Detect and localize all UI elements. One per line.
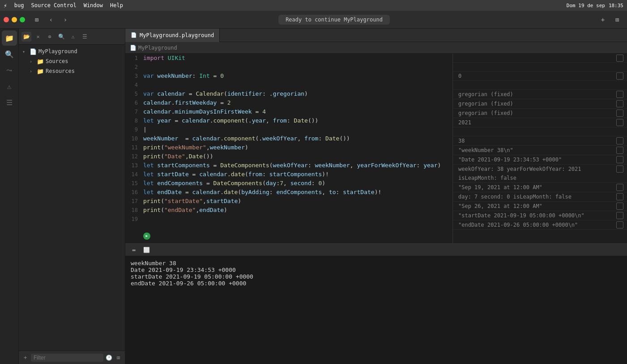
filter-input[interactable] <box>31 354 103 362</box>
source-control-tab[interactable]: ⤳ <box>2 63 17 78</box>
output-line-8: 2021 <box>453 118 627 127</box>
console-area: ▬ ⬜ weekNumber 38 Date 2021-09-19 23:34:… <box>125 243 627 364</box>
output-icon-17[interactable] <box>616 212 623 219</box>
output-value-6: gregorian (fixed) <box>456 99 616 108</box>
output-icon-10[interactable] <box>616 137 623 144</box>
tree-item-sources[interactable]: › 📁 Sources <box>19 56 125 66</box>
clock-filter-button[interactable]: 🕐 <box>105 353 113 363</box>
minimize-button[interactable] <box>12 17 17 22</box>
menu-source-control[interactable]: Source Control <box>31 2 77 8</box>
output-icon-3[interactable] <box>616 72 623 80</box>
line-content-6: calendar.firstWeekday = 2 <box>141 98 452 107</box>
add-tab-button[interactable]: + <box>597 13 609 26</box>
output-icon-11[interactable] <box>616 147 623 154</box>
back-button[interactable]: ‹ <box>45 13 57 26</box>
output-icon-12[interactable] <box>616 156 623 163</box>
output-icon-14[interactable] <box>616 184 623 191</box>
split-editor-button[interactable]: ⊞ <box>611 13 623 26</box>
menu-window[interactable]: Window <box>84 2 103 8</box>
issues-tab[interactable]: ⚠ <box>2 79 17 94</box>
console-maximize-button[interactable]: ⬜ <box>141 245 151 255</box>
forward-button[interactable]: › <box>59 13 72 26</box>
code-line-17: 17 print("startDate",startDate) <box>125 197 452 206</box>
console-minimize-button[interactable]: ▬ <box>129 245 139 255</box>
output-icon-1[interactable] <box>616 55 623 62</box>
editor-main: 1 import UIKit 2 3 var weekNumber: Int =… <box>125 54 627 243</box>
output-icon-8[interactable] <box>616 119 623 126</box>
code-line-2: 2 <box>125 63 452 72</box>
breadcrumb-icon: 📄 <box>130 45 136 51</box>
line-number-13: 13 <box>125 161 141 170</box>
line-number-17: 17 <box>125 197 141 206</box>
output-sidebar: 0 gregorian (fixed) <box>452 54 627 243</box>
output-icon-18[interactable] <box>616 221 623 229</box>
line-number-4: 4 <box>125 80 141 89</box>
line-number-8: 8 <box>125 116 141 125</box>
output-icon-6[interactable] <box>616 100 623 107</box>
debug-tab[interactable]: ☰ <box>2 95 17 110</box>
line-content-19: ▶ <box>141 215 452 243</box>
output-value-10: 38 <box>456 136 616 145</box>
add-nav-btn[interactable]: ⊕ <box>45 32 55 42</box>
line-number-5: 5 <box>125 89 141 98</box>
tree-item-root[interactable]: ▾ 📄 MyPlayground <box>19 47 125 56</box>
status-bar: Ready to continue MyPlayground <box>278 15 390 25</box>
maximize-button[interactable] <box>20 17 25 22</box>
tree-item-resources[interactable]: › 📁 Resources <box>19 66 125 76</box>
code-line-19: 19 ▶ <box>125 215 452 243</box>
line-number-3: 3 <box>125 72 141 80</box>
breadcrumb-bar: 📄 MyPlayground <box>125 42 627 54</box>
menu-date: Dom 19 de sep <box>567 3 605 8</box>
code-editor[interactable]: 1 import UIKit 2 3 var weekNumber: Int =… <box>125 54 452 243</box>
console-output: weekNumber 38 Date 2021-09-19 23:34:53 +… <box>125 256 627 364</box>
app-menu-item[interactable]: ⚡ <box>4 2 7 9</box>
line-number-9: 9 <box>125 125 141 134</box>
run-playground-button[interactable]: ▶ <box>143 233 150 240</box>
search-tab[interactable]: 🔍 <box>2 47 17 62</box>
menu-help[interactable]: Help <box>110 2 123 8</box>
breadcrumb-label: MyPlayground <box>138 45 177 51</box>
output-icon-16[interactable] <box>616 203 623 210</box>
close-button[interactable] <box>4 17 9 22</box>
line-content-3: var weekNumber: Int = 0 <box>141 72 452 80</box>
menu-bug[interactable]: bug <box>14 2 24 8</box>
line-number-16: 16 <box>125 188 141 197</box>
output-icon-5[interactable] <box>616 91 623 98</box>
chevron-down-icon: ▾ <box>22 49 28 54</box>
output-value-7: gregorian (fixed) <box>456 109 616 118</box>
line-content-9: | <box>141 125 452 134</box>
line-content-18: print("endDate",endDate) <box>141 206 452 215</box>
warning-nav-btn[interactable]: ⚠ <box>68 32 78 42</box>
main-layout: 📁 🔍 ⤳ ⚠ ☰ 📂 ✕ ⊕ 🔍 ⚠ ☰ ▾ 📄 MyPlayground ›… <box>0 29 627 364</box>
line-content-16: let endDate = calendar.date(byAdding: en… <box>141 188 452 197</box>
output-icon-7[interactable] <box>616 110 623 117</box>
folder-icon[interactable]: 📂 <box>21 32 31 42</box>
delete-nav-btn[interactable]: ✕ <box>33 32 43 42</box>
output-line-17: "startDate 2021-09-19 05:00:00 +0000\n" <box>453 211 627 220</box>
code-line-7: 7 calendar.minimumDaysInFirstWeek = 4 <box>125 107 452 116</box>
line-content-8: let year = calendar.component(.year, fro… <box>141 116 452 125</box>
output-icon-15[interactable] <box>616 193 623 200</box>
line-number-1: 1 <box>125 54 141 63</box>
grid-filter-button[interactable]: ⊞ <box>115 353 122 363</box>
list-nav-btn[interactable]: ☰ <box>80 32 90 42</box>
code-line-9: 9 | <box>125 125 452 134</box>
output-value-16: "Sep 26, 2021 at 12:00 AM" <box>456 202 616 211</box>
add-filter-button[interactable]: + <box>21 353 29 363</box>
vertical-tab-bar: 📁 🔍 ⤳ ⚠ ☰ <box>0 29 19 364</box>
navigator-toggle-button[interactable]: ⊞ <box>30 13 43 26</box>
navigator-content: ▾ 📄 MyPlayground › 📁 Sources › 📁 Resourc… <box>19 45 125 351</box>
line-content-12: print("Date",Date()) <box>141 152 452 161</box>
output-value-3: 0 <box>456 72 616 80</box>
line-content-4 <box>141 80 452 89</box>
search-nav-btn[interactable]: 🔍 <box>56 32 66 42</box>
output-icon-13[interactable] <box>616 165 623 173</box>
output-line-11: "weekNumber 38\n" <box>453 146 627 155</box>
tab-myplayground[interactable]: 📄 MyPlayground.playground <box>125 29 220 42</box>
output-line-15: day: 7 second: 0 isLeapMonth: false <box>453 192 627 202</box>
code-line-4: 4 <box>125 80 452 89</box>
code-line-11: 11 print("weekNumber",weekNumber) <box>125 143 452 152</box>
file-navigator-tab[interactable]: 📁 <box>2 30 17 46</box>
line-number-14: 14 <box>125 170 141 179</box>
line-number-12: 12 <box>125 152 141 161</box>
